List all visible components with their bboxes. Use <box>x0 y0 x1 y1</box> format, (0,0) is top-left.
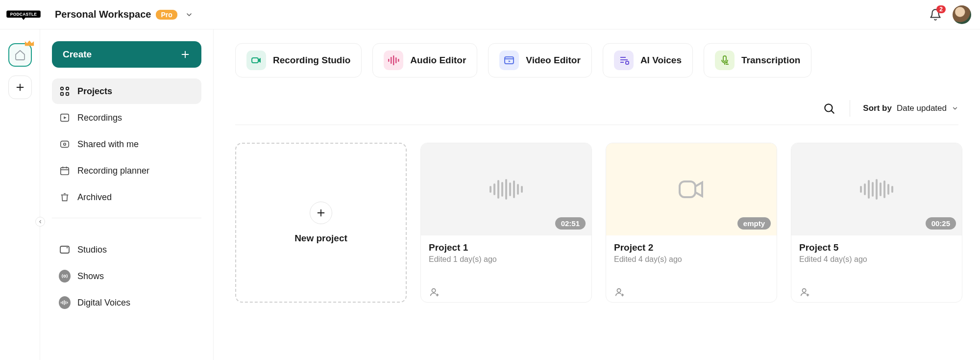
rail-home-button[interactable] <box>8 43 32 67</box>
project-grid: New project 02:51 Project 1 Edited 1 day… <box>235 143 958 303</box>
waveform-icon <box>860 179 893 200</box>
svg-rect-14 <box>61 168 69 175</box>
mic-icon <box>715 51 735 70</box>
chip-label: Transcription <box>741 55 800 66</box>
svg-point-54 <box>802 289 806 292</box>
chevron-down-icon <box>952 105 958 112</box>
user-plus-icon <box>429 286 440 297</box>
main: Recording Studio Audio Editor Video Edit… <box>214 29 980 360</box>
avatar[interactable] <box>953 5 971 24</box>
create-label: Create <box>63 49 92 60</box>
svg-rect-21 <box>61 302 62 303</box>
sort-label: Sort by <box>863 103 892 113</box>
notifications-button[interactable]: 2 <box>929 8 942 21</box>
svg-rect-32 <box>505 57 514 64</box>
sidebar: Create Projects Recordings Shared wi <box>40 29 214 360</box>
svg-marker-34 <box>509 60 511 62</box>
svg-rect-23 <box>64 300 65 305</box>
share-button[interactable] <box>799 286 954 297</box>
divider <box>52 218 201 218</box>
sidebar-item-archived[interactable]: Archived <box>52 184 201 210</box>
app-bar: PODCASTLE Personal Workspace Pro 2 <box>0 0 980 29</box>
sidebar-item-label: Shared with me <box>77 139 139 150</box>
project-subtitle: Edited 4 day(s) ago <box>799 255 954 264</box>
new-project-card[interactable]: New project <box>235 143 407 303</box>
ai-voices-icon <box>614 51 634 70</box>
chip-recording-studio[interactable]: Recording Studio <box>235 43 362 77</box>
svg-rect-26 <box>252 58 258 63</box>
sidebar-item-projects[interactable]: Projects <box>52 78 201 104</box>
calendar-icon <box>59 165 71 177</box>
svg-rect-38 <box>626 61 629 64</box>
svg-point-6 <box>61 87 64 90</box>
waveform-icon <box>490 179 523 200</box>
svg-point-20 <box>64 275 66 277</box>
svg-line-44 <box>832 111 834 113</box>
share-button[interactable] <box>429 286 584 297</box>
sidebar-item-shows[interactable]: Shows <box>52 263 201 289</box>
svg-text:PODCASTLE: PODCASTLE <box>10 11 37 16</box>
svg-point-51 <box>617 289 620 292</box>
sidebar-item-planner[interactable]: Recording planner <box>52 158 201 183</box>
svg-point-7 <box>66 87 69 90</box>
svg-rect-25 <box>67 302 68 303</box>
sidebar-item-label: Digital Voices <box>77 298 130 308</box>
sort-dropdown[interactable]: Sort by Date updated <box>863 103 958 113</box>
sidebar-item-studios[interactable]: Studios <box>52 237 201 262</box>
project-card[interactable]: empty Project 2 Edited 4 day(s) ago <box>606 143 777 303</box>
svg-rect-24 <box>66 301 67 304</box>
camera-icon <box>246 51 266 70</box>
workspace-switcher[interactable]: Personal Workspace Pro <box>55 9 193 20</box>
divider <box>850 100 850 117</box>
list-toolbar: Sort by Date updated <box>235 100 958 117</box>
project-title: Project 1 <box>429 242 584 253</box>
project-title: Project 2 <box>614 242 769 253</box>
chip-video-editor[interactable]: Video Editor <box>488 43 592 77</box>
svg-point-47 <box>432 289 435 292</box>
tool-chips: Recording Studio Audio Editor Video Edit… <box>235 43 958 77</box>
recordings-icon <box>59 112 71 124</box>
sidebar-item-label: Archived <box>77 192 112 203</box>
shared-icon <box>59 138 71 150</box>
chip-ai-voices[interactable]: AI Voices <box>603 43 693 77</box>
chip-transcription[interactable]: Transcription <box>704 43 811 77</box>
logo[interactable]: PODCASTLE <box>6 7 41 23</box>
rail-add-button[interactable] <box>8 76 32 99</box>
chevron-down-icon <box>185 11 193 19</box>
broadcast-icon <box>59 270 71 282</box>
new-project-label: New project <box>294 233 347 244</box>
plus-icon <box>180 49 191 60</box>
divider <box>235 125 958 125</box>
plus-icon <box>310 202 332 224</box>
sidebar-item-label: Studios <box>77 245 107 255</box>
sidebar-item-label: Recording planner <box>77 166 149 176</box>
create-button[interactable]: Create <box>52 41 201 68</box>
sidebar-item-recordings[interactable]: Recordings <box>52 105 201 130</box>
crown-icon <box>24 39 35 47</box>
chip-label: AI Voices <box>640 55 682 66</box>
video-icon <box>499 51 519 70</box>
svg-rect-9 <box>66 93 69 96</box>
user-plus-icon <box>614 286 625 297</box>
share-button[interactable] <box>614 286 769 297</box>
sidebar-item-shared[interactable]: Shared with me <box>52 131 201 157</box>
svg-rect-18 <box>60 246 69 253</box>
svg-rect-22 <box>62 301 63 304</box>
sidebar-item-voices[interactable]: Digital Voices <box>52 290 201 315</box>
svg-rect-27 <box>388 59 390 62</box>
workspace-name: Personal Workspace <box>55 9 151 20</box>
svg-rect-31 <box>398 59 399 62</box>
duration-badge: empty <box>737 217 771 230</box>
project-card[interactable]: 02:51 Project 1 Edited 1 day(s) ago <box>420 143 592 303</box>
grid-icon <box>59 85 71 97</box>
user-plus-icon <box>799 286 810 297</box>
project-thumbnail: 00:25 <box>791 143 962 235</box>
project-card[interactable]: 00:25 Project 5 Edited 4 day(s) ago <box>791 143 962 303</box>
search-button[interactable] <box>821 101 837 116</box>
sidebar-item-label: Projects <box>77 86 112 97</box>
sidebar-collapse-button[interactable] <box>35 217 45 227</box>
duration-badge: 00:25 <box>926 217 956 230</box>
trash-icon <box>59 191 71 203</box>
chip-audio-editor[interactable]: Audio Editor <box>372 43 477 77</box>
camera-outline-icon <box>678 179 705 200</box>
